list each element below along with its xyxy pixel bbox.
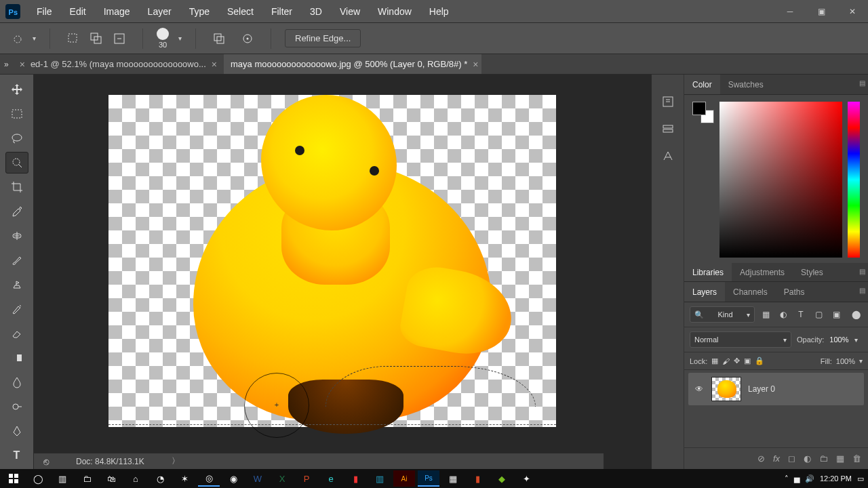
tab-channels[interactable]: Channels (725, 282, 776, 302)
delete-layer-icon[interactable]: 🗑 (852, 453, 861, 464)
status-arrow-icon[interactable]: 〉 (172, 455, 180, 467)
eraser-tool[interactable] (5, 323, 28, 344)
app-icon[interactable]: ✦ (515, 470, 537, 487)
start-button[interactable] (3, 470, 24, 487)
tab-swatches[interactable]: Swatches (720, 75, 772, 94)
lock-transparent-icon[interactable]: ▦ (711, 357, 718, 365)
layer-group-icon[interactable]: 🗀 (819, 453, 828, 464)
layer-mask-icon[interactable]: ◻ (788, 453, 795, 464)
document-tab[interactable]: × ed-1 @ 52.1% (maya mooooooooooooowo...… (13, 54, 224, 74)
clone-stamp-tool[interactable] (5, 274, 28, 296)
file-explorer-icon[interactable]: 🗀 (76, 470, 98, 487)
layer-item[interactable]: 👁 Layer 0 (688, 373, 864, 405)
edge-icon[interactable]: e (320, 470, 342, 487)
marquee-tool[interactable] (5, 103, 28, 125)
canvas-viewport[interactable] (34, 75, 651, 469)
gradient-tool[interactable] (5, 347, 28, 369)
filter-adjustment-icon[interactable]: ◐ (776, 308, 790, 321)
crop-tool[interactable] (5, 176, 28, 198)
menu-edit[interactable]: Edit (62, 2, 94, 21)
chrome-icon[interactable]: ◎ (198, 470, 220, 487)
chevron-down-icon[interactable]: ▾ (33, 35, 36, 42)
tool-preset-button[interactable] (9, 29, 28, 48)
link-layers-icon[interactable]: ⊘ (757, 453, 765, 464)
close-icon[interactable]: × (20, 59, 25, 70)
opacity-value[interactable]: 100% (829, 336, 848, 344)
tab-overflow-icon[interactable]: » (0, 54, 13, 74)
menu-window[interactable]: Window (370, 2, 420, 21)
filter-type-icon[interactable]: T (794, 308, 808, 321)
panel-menu-icon[interactable]: ▤ (859, 79, 865, 87)
chevron-down-icon[interactable]: ▾ (859, 357, 863, 365)
illustrator-icon[interactable]: Ai (393, 470, 415, 487)
panel-menu-icon[interactable]: ▤ (859, 287, 865, 294)
auto-enhance-button[interactable] (238, 29, 257, 48)
layer-thumbnail[interactable] (711, 377, 741, 401)
minimize-button[interactable]: ─ (774, 0, 806, 23)
app-icon[interactable]: ▮ (467, 470, 488, 487)
photoshop-taskbar-icon[interactable]: Ps (418, 470, 439, 487)
menu-filter[interactable]: Filter (263, 2, 300, 21)
foreground-color-swatch[interactable] (692, 102, 706, 115)
app-icon[interactable]: ▮ (344, 470, 366, 487)
chevron-down-icon[interactable]: ▾ (178, 35, 182, 42)
blend-mode-select[interactable]: Normal ▾ (690, 331, 791, 348)
lock-image-icon[interactable]: 🖌 (722, 357, 730, 365)
refine-edge-button[interactable]: Refine Edge... (285, 29, 361, 47)
app-icon[interactable]: ▥ (369, 470, 391, 487)
properties-panel-icon[interactable] (661, 122, 675, 136)
character-panel-icon[interactable] (661, 149, 675, 163)
blur-tool[interactable] (5, 371, 28, 393)
dodge-tool[interactable] (5, 396, 28, 418)
history-panel-icon[interactable] (661, 95, 675, 108)
menu-3d[interactable]: 3D (302, 2, 330, 21)
quick-selection-tool[interactable] (5, 152, 28, 174)
app-icon[interactable]: ✶ (174, 470, 195, 487)
foreground-background-swatch[interactable] (692, 102, 714, 123)
sample-all-layers-button[interactable] (210, 29, 229, 48)
powerpoint-icon[interactable]: P (296, 470, 317, 487)
new-selection-button[interactable] (64, 29, 83, 48)
tab-styles[interactable]: Styles (793, 263, 831, 281)
new-layer-icon[interactable]: ▦ (836, 453, 844, 464)
healing-brush-tool[interactable] (5, 225, 28, 247)
layer-fx-icon[interactable]: fx (773, 453, 780, 464)
filter-shape-icon[interactable]: ▢ (812, 308, 825, 321)
steam-icon[interactable]: ◉ (222, 470, 244, 487)
document-tab-active[interactable]: maya mooooooooooooowo.jpg @ 500% (Layer … (224, 54, 481, 74)
lock-artboard-icon[interactable]: ▣ (744, 357, 751, 365)
tab-layers[interactable]: Layers (684, 282, 725, 302)
home-icon[interactable]: ⌂ (125, 470, 146, 487)
word-icon[interactable]: W (247, 470, 269, 487)
tab-adjustments[interactable]: Adjustments (732, 263, 793, 281)
fill-value[interactable]: 100% (836, 357, 855, 365)
maximize-button[interactable]: ▣ (806, 0, 837, 23)
move-tool[interactable] (5, 79, 28, 100)
canvas[interactable] (108, 95, 556, 427)
tab-color[interactable]: Color (684, 75, 720, 94)
brush-tool[interactable] (5, 249, 28, 271)
color-field[interactable] (719, 102, 842, 258)
menu-image[interactable]: Image (96, 2, 138, 21)
lock-all-icon[interactable]: 🔒 (755, 357, 764, 365)
tab-libraries[interactable]: Libraries (684, 263, 732, 281)
pen-tool[interactable] (5, 420, 28, 442)
tray-chevron-icon[interactable]: ˄ (785, 474, 789, 483)
menu-select[interactable]: Select (219, 2, 262, 21)
brush-preview[interactable]: 30 (157, 28, 169, 49)
chevron-down-icon[interactable]: ▾ (854, 336, 858, 344)
history-brush-tool[interactable] (5, 298, 28, 320)
app-icon[interactable]: ◆ (491, 470, 513, 487)
share-icon[interactable]: ⎋ (43, 456, 49, 467)
menu-help[interactable]: Help (421, 2, 457, 21)
notifications-icon[interactable]: ▭ (857, 474, 864, 483)
close-icon[interactable]: × (473, 59, 478, 70)
close-icon[interactable]: × (212, 59, 217, 70)
panel-menu-icon[interactable]: ▤ (859, 268, 865, 275)
menu-type[interactable]: Type (181, 2, 218, 21)
tray-time[interactable]: 12:20 PM (820, 474, 852, 483)
excel-icon[interactable]: X (271, 470, 293, 487)
filter-pixel-icon[interactable]: ▦ (759, 308, 772, 321)
volume-icon[interactable]: 🔊 (805, 474, 814, 483)
tab-paths[interactable]: Paths (776, 282, 813, 302)
